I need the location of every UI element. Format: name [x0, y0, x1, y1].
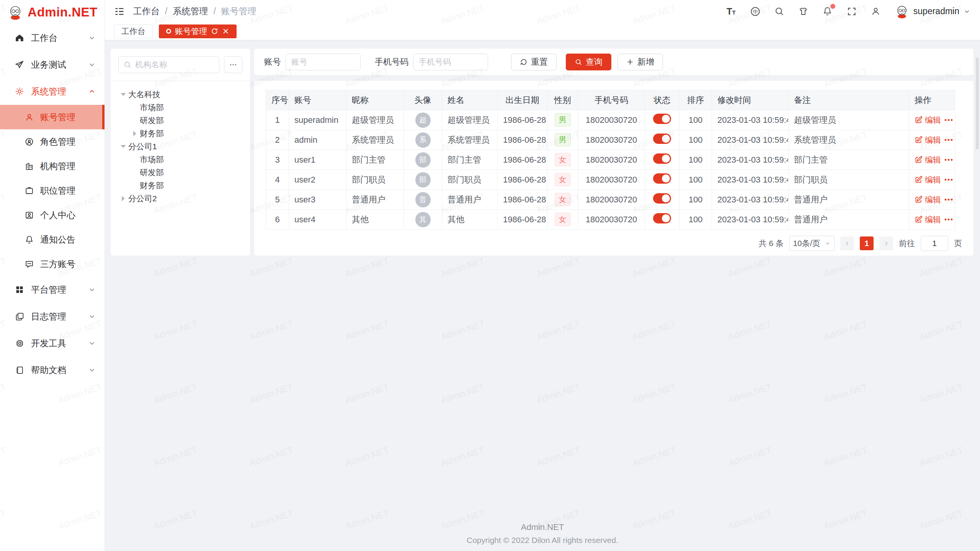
cell-status	[645, 130, 679, 150]
cell-remark: 系统管理员	[789, 130, 909, 150]
search-icon[interactable]	[774, 6, 785, 17]
tab-account-management[interactable]: 账号管理	[159, 24, 237, 38]
sidebar-item-third-party-account[interactable]: 三方账号	[0, 252, 105, 276]
sidebar-item-notice[interactable]: 通知公告	[0, 227, 105, 252]
goto-page-input[interactable]	[921, 236, 948, 251]
refresh-icon[interactable]	[211, 28, 218, 35]
status-toggle[interactable]	[653, 193, 671, 204]
cell-status	[645, 190, 679, 210]
sidebar-item-account-management[interactable]: 账号管理	[0, 105, 105, 129]
notification-dot	[830, 4, 835, 9]
cell-name: 超级管理员	[442, 110, 498, 130]
status-toggle[interactable]	[653, 213, 671, 223]
cell-seq: 1	[266, 110, 289, 130]
tree-node[interactable]: 研发部	[118, 166, 242, 179]
more-actions-button[interactable]: •••	[944, 216, 954, 223]
sidebar-item-business-test[interactable]: 业务测试	[0, 51, 105, 78]
next-page-button[interactable]	[879, 236, 893, 250]
fullscreen-icon[interactable]	[846, 6, 858, 17]
status-toggle[interactable]	[653, 114, 671, 124]
logs-icon	[14, 311, 25, 322]
column-header-remark: 备注	[789, 90, 909, 110]
current-page[interactable]: 1	[860, 236, 874, 250]
add-button[interactable]: 新增	[617, 54, 663, 70]
tree-node[interactable]: 市场部	[118, 101, 242, 114]
cell-status	[645, 150, 679, 170]
reset-button[interactable]: 重置	[511, 54, 557, 70]
status-toggle[interactable]	[653, 153, 671, 164]
cell-gender: 男	[547, 110, 578, 130]
sidebar-item-position-management[interactable]: 职位管理	[0, 178, 105, 203]
sidebar-item-dev-tools[interactable]: 开发工具	[0, 330, 105, 357]
more-actions-button[interactable]: •••	[944, 156, 954, 164]
tree-node[interactable]: 财务部	[118, 179, 242, 192]
gender-tag: 女	[555, 213, 571, 226]
scrollbar-thumb[interactable]	[976, 57, 979, 149]
cell-nickname: 其他	[346, 210, 404, 230]
status-toggle[interactable]	[653, 173, 671, 184]
notification-bell-icon[interactable]	[822, 6, 833, 17]
tree-node[interactable]: 分公司2	[118, 192, 242, 205]
app-logo[interactable]: Admin.NET	[0, 0, 105, 24]
cell-avatar: 部	[404, 170, 442, 190]
tree-node-label: 分公司2	[128, 193, 157, 204]
font-size-icon[interactable]: TT	[725, 6, 737, 17]
sidebar-item-system-management[interactable]: 系统管理	[0, 78, 105, 105]
sidebar-item-workbench[interactable]: 工作台	[0, 24, 105, 51]
user-menu[interactable]: superadmin	[894, 4, 971, 19]
query-button[interactable]: 查询	[566, 54, 611, 70]
edit-button[interactable]: 编辑	[915, 155, 941, 165]
tab-workbench[interactable]: 工作台	[114, 24, 153, 38]
more-actions-button[interactable]: •••	[944, 136, 954, 144]
sidebar-item-org-management[interactable]: 机构管理	[0, 154, 105, 178]
breadcrumb-system-management[interactable]: 系统管理	[173, 5, 208, 17]
sidebar-item-help-docs[interactable]: 帮助文档	[0, 357, 105, 383]
phone-label: 手机号码	[375, 56, 408, 68]
account-input[interactable]	[286, 54, 361, 70]
edit-button[interactable]: 编辑	[915, 135, 941, 145]
sidebar-item-log-management[interactable]: 日志管理	[0, 303, 105, 330]
tree-node[interactable]: 研发部	[118, 114, 242, 127]
caret-down-icon[interactable]	[118, 145, 128, 148]
org-more-button[interactable]	[224, 56, 242, 73]
more-actions-button[interactable]: •••	[944, 196, 954, 204]
avatar: 系	[415, 132, 431, 148]
caret-down-icon[interactable]	[118, 93, 128, 96]
edit-button[interactable]: 编辑	[915, 214, 941, 225]
chevron-down-icon	[88, 339, 96, 347]
theme-shirt-icon[interactable]	[798, 6, 809, 17]
org-search-input[interactable]	[135, 60, 214, 69]
edit-button[interactable]: 编辑	[915, 194, 941, 205]
cell-avatar: 超	[404, 110, 442, 130]
sidebar-item-platform-management[interactable]: 平台管理	[0, 276, 105, 303]
menu-fold-icon[interactable]	[114, 6, 125, 17]
profile-icon[interactable]	[870, 6, 882, 17]
more-actions-button[interactable]: •••	[944, 116, 954, 124]
cell-remark: 部门职员	[789, 170, 909, 190]
tree-node[interactable]: 分公司1	[118, 140, 242, 153]
close-icon[interactable]	[222, 28, 229, 35]
cell-birth: 1986-06-28	[498, 170, 547, 190]
page-size-select[interactable]: 10条/页	[789, 236, 835, 251]
prev-page-button[interactable]	[840, 236, 854, 250]
cell-account: user2	[289, 170, 346, 190]
column-header-action: 操作	[909, 90, 955, 110]
caret-right-icon[interactable]	[118, 196, 128, 201]
tree-node[interactable]: 市场部	[118, 153, 242, 166]
caret-right-icon[interactable]	[130, 131, 140, 136]
column-header-phone: 手机号码	[578, 90, 645, 110]
breadcrumb-workbench[interactable]: 工作台	[133, 5, 160, 17]
edit-button[interactable]: 编辑	[915, 174, 941, 185]
status-toggle[interactable]	[653, 134, 671, 144]
cell-remark: 普通用户	[789, 210, 909, 230]
sidebar-item-personal-center[interactable]: 个人中心	[0, 203, 105, 227]
sidebar-item-role-management[interactable]: 角色管理	[0, 129, 105, 154]
tree-node[interactable]: 大名科技	[118, 88, 242, 101]
more-actions-button[interactable]: •••	[944, 176, 954, 184]
cell-account: user1	[289, 150, 346, 170]
user-icon	[24, 112, 34, 122]
edit-button[interactable]: 编辑	[915, 115, 941, 126]
language-icon[interactable]: 中	[750, 6, 761, 17]
phone-input[interactable]	[413, 54, 488, 70]
tree-node[interactable]: 财务部	[118, 127, 242, 140]
